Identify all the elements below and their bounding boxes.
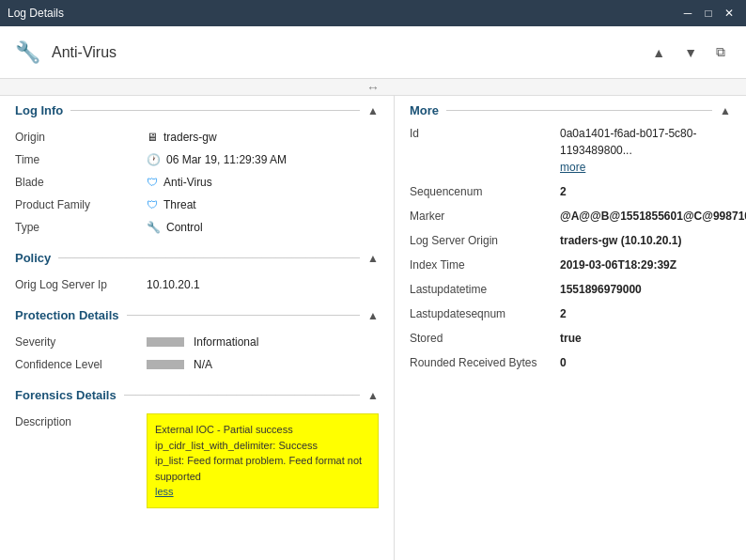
lastupdatetime-label: Lastupdatetime xyxy=(410,281,560,298)
type-value: 🔧 Control xyxy=(147,219,203,236)
type-row: Type 🔧 Control xyxy=(15,219,379,236)
marker-label: Marker xyxy=(410,208,560,225)
product-family-row: Product Family 🛡 Threat xyxy=(15,196,379,213)
sequencenum-label: Sequencenum xyxy=(410,183,560,200)
protection-details-title: Protection Details xyxy=(15,308,119,322)
origin-row: Origin 🖥 traders-gw xyxy=(15,129,379,146)
log-info-section: Log Info ▲ Origin 🖥 traders-gw Time 🕐 06… xyxy=(15,103,379,236)
severity-value: Informational xyxy=(147,334,258,350)
lastupdateseqnum-value: 2 xyxy=(560,305,567,322)
description-text: External IOC - Partial successip_cidr_li… xyxy=(155,424,362,482)
left-panel: Log Info ▲ Origin 🖥 traders-gw Time 🕐 06… xyxy=(0,96,395,560)
protection-details-chevron[interactable]: ▲ xyxy=(367,309,379,322)
app-title: Anti-Virus xyxy=(52,44,117,61)
rounded-received-bytes-value: 0 xyxy=(560,354,567,371)
navigate-down-button[interactable]: ▼ xyxy=(678,40,703,64)
id-label: Id xyxy=(410,125,560,176)
stored-value: true xyxy=(560,330,582,347)
stored-row: Stored true xyxy=(410,330,731,347)
app-bar-right: ▲ ▼ ⧉ xyxy=(646,40,731,64)
app-bar-left: 🔧 Anti-Virus xyxy=(15,40,117,65)
shield-icon: 🛡 xyxy=(147,174,158,191)
severity-bar xyxy=(147,337,184,347)
close-button[interactable]: ✕ xyxy=(720,4,738,23)
policy-header: Policy ▲ xyxy=(15,251,379,269)
policy-line xyxy=(58,257,360,258)
protection-details-header: Protection Details ▲ xyxy=(15,308,379,326)
id-value: 0a0a1401-f6ad-b017-5c80-1193489800... xyxy=(560,127,696,157)
blade-value: 🛡 Anti-Virus xyxy=(147,174,212,191)
wrench-icon: 🔧 xyxy=(15,40,40,65)
computer-icon: 🖥 xyxy=(147,129,158,146)
log-info-header: Log Info ▲ xyxy=(15,103,379,121)
product-family-value: 🛡 Threat xyxy=(147,196,196,213)
more-link[interactable]: more xyxy=(560,161,585,174)
log-server-origin-row: Log Server Origin traders-gw (10.10.20.1… xyxy=(410,232,731,249)
resize-handle[interactable]: ↔ xyxy=(0,79,746,96)
protection-details-line xyxy=(127,315,361,316)
severity-row: Severity Informational xyxy=(15,334,379,350)
origin-value: 🖥 traders-gw xyxy=(147,129,217,146)
control-icon: 🔧 xyxy=(147,219,161,236)
forensics-details-section: Forensics Details ▲ Description External… xyxy=(15,388,379,508)
severity-label: Severity xyxy=(15,334,147,350)
clock-icon: 🕐 xyxy=(147,151,161,168)
origin-label: Origin xyxy=(15,129,147,146)
blade-label: Blade xyxy=(15,174,147,191)
protection-details-section: Protection Details ▲ Severity Informatio… xyxy=(15,308,379,373)
maximize-button[interactable]: □ xyxy=(699,4,718,23)
orig-log-server-ip-label: Orig Log Server Ip xyxy=(15,276,147,293)
forensics-details-line xyxy=(124,395,360,396)
description-box: External IOC - Partial successip_cidr_li… xyxy=(147,413,379,508)
minimize-button[interactable]: ─ xyxy=(678,4,697,23)
forensics-details-chevron[interactable]: ▲ xyxy=(367,389,379,402)
index-time-label: Index Time xyxy=(410,257,560,273)
forensics-details-header: Forensics Details ▲ xyxy=(15,388,379,406)
navigate-up-button[interactable]: ▲ xyxy=(646,40,671,64)
stored-label: Stored xyxy=(410,330,560,347)
app-bar: 🔧 Anti-Virus ▲ ▼ ⧉ xyxy=(0,26,746,79)
index-time-row: Index Time 2019-03-06T18:29:39Z xyxy=(410,257,731,273)
confidence-level-value: N/A xyxy=(147,356,212,373)
title-bar: Log Details ─ □ ✕ xyxy=(0,0,746,26)
blade-row: Blade 🛡 Anti-Virus xyxy=(15,174,379,191)
marker-row: Marker @A@@B@1551855601@C@998710 xyxy=(410,208,731,225)
copy-button[interactable]: ⧉ xyxy=(710,40,731,64)
orig-log-server-ip-row: Orig Log Server Ip 10.10.20.1 xyxy=(15,276,379,293)
description-label: Description xyxy=(15,413,147,430)
forensics-details-title: Forensics Details xyxy=(15,388,117,402)
sequencenum-value: 2 xyxy=(560,183,567,200)
description-box-container: External IOC - Partial successip_cidr_li… xyxy=(147,413,379,508)
title-bar-controls: ─ □ ✕ xyxy=(678,4,738,23)
title-bar-left: Log Details xyxy=(8,7,64,20)
confidence-level-row: Confidence Level N/A xyxy=(15,356,379,373)
more-section-chevron[interactable]: ▲ xyxy=(720,104,731,117)
lastupdatetime-value: 1551896979000 xyxy=(560,281,642,298)
orig-log-server-ip-value: 10.10.20.1 xyxy=(147,276,200,293)
policy-title: Policy xyxy=(15,251,51,265)
confidence-bar xyxy=(147,360,184,369)
right-panel: More ▲ Id 0a0a1401-f6ad-b017-5c80-119348… xyxy=(395,96,746,560)
time-label: Time xyxy=(15,151,147,168)
policy-chevron[interactable]: ▲ xyxy=(367,252,379,265)
product-family-label: Product Family xyxy=(15,196,147,213)
time-row: Time 🕐 06 Mar 19, 11:29:39 AM xyxy=(15,151,379,168)
rounded-received-bytes-row: Rounded Received Bytes 0 xyxy=(410,354,731,371)
confidence-level-label: Confidence Level xyxy=(15,356,147,373)
log-info-line xyxy=(70,110,360,111)
log-server-origin-label: Log Server Origin xyxy=(410,232,560,249)
policy-section: Policy ▲ Orig Log Server Ip 10.10.20.1 xyxy=(15,251,379,293)
marker-value: @A@@B@1551855601@C@998710 xyxy=(560,208,746,225)
rounded-received-bytes-label: Rounded Received Bytes xyxy=(410,354,560,371)
less-link[interactable]: less xyxy=(155,486,174,497)
sequencenum-row: Sequencenum 2 xyxy=(410,183,731,200)
more-section-title: More xyxy=(410,103,439,117)
log-info-chevron[interactable]: ▲ xyxy=(367,104,379,117)
lastupdateseqnum-label: Lastupdateseqnum xyxy=(410,305,560,322)
log-server-origin-value: traders-gw (10.10.20.1) xyxy=(560,232,681,249)
type-label: Type xyxy=(15,219,147,236)
index-time-value: 2019-03-06T18:29:39Z xyxy=(560,257,676,273)
time-value: 🕐 06 Mar 19, 11:29:39 AM xyxy=(147,151,287,168)
more-section-header: More ▲ xyxy=(410,103,731,117)
id-value-container: 0a0a1401-f6ad-b017-5c80-1193489800... mo… xyxy=(560,125,731,176)
